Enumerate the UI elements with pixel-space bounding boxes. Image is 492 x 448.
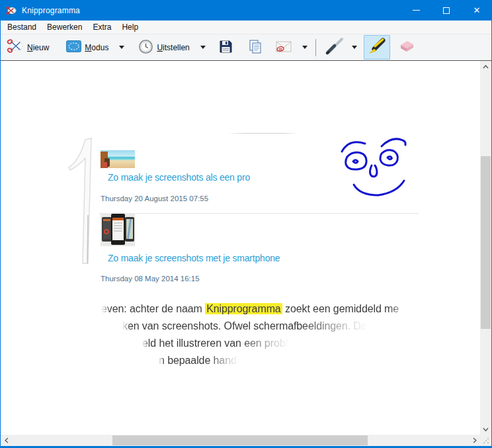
delay-label: Uitstellen bbox=[157, 43, 189, 52]
pen-doodle-face bbox=[333, 131, 414, 208]
minimize-icon bbox=[413, 10, 420, 11]
maximize-button[interactable] bbox=[431, 0, 462, 21]
captured-snip: Zo maak je screenshots als een pro Thurs… bbox=[1, 61, 480, 435]
pen-icon bbox=[324, 37, 344, 58]
scissors-icon bbox=[7, 38, 24, 57]
title-bar: Knipprogramma ✕ bbox=[0, 0, 492, 21]
copy-icon bbox=[248, 39, 262, 56]
snipping-tool-window: Knipprogramma ✕ Bestand Bewerken Extra H… bbox=[0, 0, 492, 448]
close-icon: ✕ bbox=[473, 6, 481, 15]
mode-button[interactable]: Modus bbox=[63, 38, 112, 57]
mode-selection-icon bbox=[66, 40, 81, 54]
paragraph-line-1: even: achter de naam Knipprogramma zoekt… bbox=[101, 303, 399, 315]
scroll-left-button[interactable] bbox=[1, 435, 12, 446]
paragraph-line-2: ken van screenshots. Ofwel schermafbeeld… bbox=[122, 320, 370, 332]
new-snip-label: Nieuw bbox=[27, 43, 49, 52]
chevron-up-icon bbox=[483, 65, 489, 69]
save-button[interactable] bbox=[216, 37, 236, 58]
content-divider bbox=[227, 133, 298, 134]
paragraph-line-4: n bepaalde hande bbox=[159, 355, 243, 367]
highlighter-button[interactable] bbox=[364, 35, 390, 60]
resize-grip[interactable] bbox=[480, 435, 491, 446]
window-controls: ✕ bbox=[401, 0, 492, 21]
menu-bar: Bestand Bewerken Extra Help bbox=[1, 21, 491, 34]
toolbar-separator bbox=[315, 39, 316, 56]
horizontal-scroll-thumb[interactable] bbox=[112, 435, 368, 445]
save-icon bbox=[219, 40, 233, 56]
delay-button[interactable]: Uitstellen bbox=[135, 36, 192, 59]
scroll-down-button[interactable] bbox=[480, 424, 491, 435]
menu-bewerken[interactable]: Bewerken bbox=[42, 21, 87, 34]
new-snip-button[interactable]: Nieuw bbox=[3, 35, 52, 60]
eraser-icon bbox=[397, 39, 415, 56]
eraser-button[interactable] bbox=[393, 36, 419, 58]
snip-view: Zo maak je screenshots als een pro Thurs… bbox=[1, 61, 491, 446]
email-dropdown-button[interactable] bbox=[300, 42, 310, 52]
grip-dots-icon bbox=[483, 437, 489, 444]
horizontal-scrollbar[interactable] bbox=[1, 435, 480, 446]
mode-dropdown-button[interactable] bbox=[116, 42, 127, 52]
highlighter-icon bbox=[368, 38, 386, 57]
menu-extra[interactable]: Extra bbox=[87, 21, 116, 34]
highlighted-word: Knipprogramma bbox=[205, 303, 282, 314]
chevron-down-icon bbox=[302, 46, 308, 49]
article-link-2[interactable]: Zo maak je screenshots met je smartphone bbox=[108, 253, 280, 263]
article-link-1[interactable]: Zo maak je screenshots als een pro bbox=[108, 172, 250, 183]
pen-button[interactable] bbox=[321, 34, 347, 60]
scroll-up-button[interactable] bbox=[480, 61, 491, 72]
article-thumbnail-phones[interactable] bbox=[101, 213, 135, 246]
email-button[interactable] bbox=[272, 36, 296, 58]
chevron-left-icon bbox=[5, 437, 9, 443]
delay-clock-icon bbox=[138, 39, 153, 56]
toolbar: Nieuw Modus Uitstellen bbox=[1, 34, 491, 61]
chevron-down-icon bbox=[483, 427, 489, 431]
chevron-right-icon bbox=[473, 437, 477, 443]
chevron-down-icon bbox=[352, 46, 357, 49]
copy-button[interactable] bbox=[245, 36, 265, 59]
vertical-scrollbar[interactable] bbox=[480, 61, 491, 435]
chevron-down-icon bbox=[119, 46, 124, 49]
delay-dropdown-button[interactable] bbox=[198, 42, 208, 52]
menu-help[interactable]: Help bbox=[116, 21, 144, 34]
watermark-numeral bbox=[65, 136, 97, 269]
close-button[interactable]: ✕ bbox=[462, 0, 492, 21]
scroll-right-button[interactable] bbox=[469, 435, 480, 446]
pen-dropdown-button[interactable] bbox=[349, 42, 360, 52]
content-divider bbox=[99, 213, 419, 214]
paragraph-line-3: eld het illustreren van een proble bbox=[142, 337, 294, 349]
window-title: Knipprogramma bbox=[22, 6, 80, 15]
maximize-icon bbox=[443, 7, 450, 14]
minimize-button[interactable] bbox=[401, 0, 431, 21]
email-icon bbox=[275, 39, 292, 56]
menu-bestand[interactable]: Bestand bbox=[2, 21, 42, 34]
article-date-1: Thursday 20 August 2015 07:55 bbox=[101, 195, 208, 202]
app-scissors-icon bbox=[6, 5, 17, 16]
chevron-down-icon bbox=[200, 46, 206, 49]
vertical-scroll-thumb[interactable] bbox=[481, 156, 491, 329]
article-date-2: Thursday 08 May 2014 16:15 bbox=[101, 275, 200, 283]
article-thumbnail-beach[interactable] bbox=[101, 150, 135, 168]
mode-label: Modus bbox=[85, 43, 108, 52]
